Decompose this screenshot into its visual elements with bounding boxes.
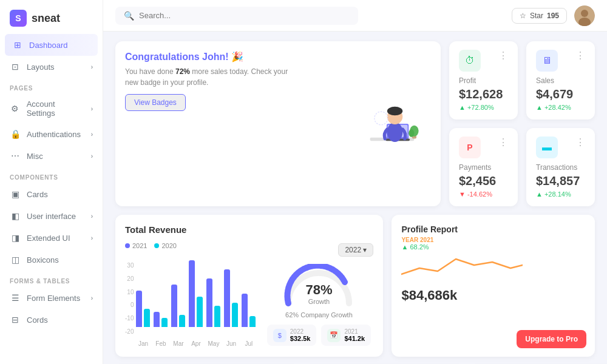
avatar[interactable]: [574, 5, 595, 26]
growth-pills: $ 2022 $32.5k 📅 2021 $41.2k: [267, 325, 371, 346]
company-growth-text: 62% Company Growth: [285, 311, 353, 318]
upgrade-button[interactable]: Upgrade to Pro: [517, 330, 586, 348]
pill-2022-year: 2022: [290, 328, 311, 335]
congrats-illustration: [356, 41, 429, 206]
row-2: Total Revenue 2021 2020 30 20 10: [115, 215, 595, 357]
bar-group-jul: [242, 294, 256, 327]
sales-change: ▲ +28.42%: [536, 104, 585, 111]
growth-panel: 2022 ▾ 78% Growth: [264, 242, 373, 347]
gauge-text: 78% Growth: [305, 282, 332, 305]
revenue-title: Total Revenue: [125, 224, 186, 235]
profile-sparkline: [401, 253, 585, 285]
stat-card-sales: 🖥 ⋮ Sales $4,679 ▲ +28.42%: [526, 41, 595, 120]
view-badges-button[interactable]: View Badges: [125, 94, 186, 111]
svg-point-1: [581, 10, 588, 17]
year-selector[interactable]: 2022 ▾: [338, 243, 373, 257]
dashboard-icon: ⊞: [12, 39, 23, 50]
stat-header-payments: P ⋮: [459, 136, 508, 158]
pill-2022-value: $32.5k: [290, 335, 311, 342]
ui-icon: ◧: [10, 211, 21, 221]
stat-header-profit: ⏱ ⋮: [459, 50, 508, 72]
profile-change: ▲ 68.2%: [401, 243, 585, 251]
profit-change: ▲ +72.80%: [459, 104, 508, 111]
sales-label: Sales: [536, 76, 585, 85]
chart-body: 30 20 10 0 -10 -20: [125, 254, 256, 347]
chart-legend: 2021 2020: [125, 242, 256, 249]
chevron-icon: ›: [91, 235, 93, 241]
section-label-components: COMPONENTS: [0, 167, 103, 183]
layouts-icon: ⊡: [10, 61, 21, 72]
sidebar-item-user-interface[interactable]: ◧ User interface ›: [0, 205, 103, 227]
pill-2021-info: 2021 $41.2k: [344, 328, 365, 342]
sidebar-item-extended-ui[interactable]: ◨ Extended UI ›: [0, 227, 103, 249]
sidebar-item-cords[interactable]: ⊟ Cords: [0, 309, 103, 331]
svg-point-12: [409, 129, 414, 137]
boxicons-icon: ◫: [10, 254, 21, 265]
person-svg: [356, 93, 429, 154]
sales-menu-dots[interactable]: ⋮: [575, 50, 585, 61]
profit-icon: ⏱: [459, 50, 481, 72]
section-label-forms: FORMS & TABLES: [0, 271, 103, 287]
stats-column: ⏱ ⋮ Profit $12,628 ▲ +72.80% 🖥 ⋮ Sales: [449, 41, 595, 206]
stat-card-transactions: ▬ ⋮ Transactions $14,857 ▲ +28.14%: [526, 128, 595, 206]
logo-icon: S: [10, 10, 27, 27]
star-button[interactable]: ☆ Star 195: [512, 8, 567, 24]
section-label-pages: PAGES: [0, 78, 103, 94]
search-input[interactable]: [139, 11, 350, 20]
misc-icon: ⋯: [10, 150, 21, 161]
stat-header-sales: 🖥 ⋮: [536, 50, 585, 72]
settings-icon: ⚙: [10, 103, 21, 114]
topbar-right: ☆ Star 195: [512, 5, 595, 26]
chevron-icon: ›: [91, 295, 93, 302]
stat-card-profit: ⏱ ⋮ Profit $12,628 ▲ +72.80%: [449, 41, 518, 120]
sidebar-item-dashboard[interactable]: ⊞ Dashboard: [5, 34, 98, 56]
sidebar-item-form-elements[interactable]: ☰ Form Elements ›: [0, 287, 103, 309]
main-area: 🔍 ☆ Star 195 Congratu: [103, 0, 607, 364]
sidebar-item-cards[interactable]: ▣ Cards: [0, 183, 103, 205]
stat-card-payments: P ⋮ Payments $2,456 ▼ -14.62%: [449, 128, 518, 206]
sidebar-item-authentications[interactable]: 🔒 Authentications ›: [0, 123, 103, 145]
search-wrap[interactable]: 🔍: [115, 7, 358, 25]
payments-icon: P: [459, 136, 481, 158]
sales-value: $4,679: [536, 87, 585, 101]
bar-group-jan: [136, 291, 150, 327]
payments-value: $2,456: [459, 174, 508, 188]
bar-group-apr: [189, 260, 203, 327]
chart-area: 2021 2020 30 20 10 0 -10 -20: [125, 242, 373, 347]
logo-text: sneat: [32, 12, 60, 25]
pill-2021-value: $41.2k: [344, 335, 365, 342]
transactions-value: $14,857: [536, 174, 585, 188]
topbar: 🔍 ☆ Star 195: [103, 0, 607, 32]
chevron-icon: ›: [91, 106, 93, 112]
sidebar-item-misc[interactable]: ⋯ Misc ›: [0, 145, 103, 167]
cords-icon: ⊟: [10, 314, 21, 325]
stats-row-1: ⏱ ⋮ Profit $12,628 ▲ +72.80% 🖥 ⋮ Sales: [449, 41, 595, 120]
gauge-label: Growth: [305, 298, 332, 305]
lock-icon: 🔒: [10, 129, 21, 140]
row-1: Congratulations John! 🎉 You have done 72…: [115, 41, 595, 206]
transactions-icon: ▬: [536, 136, 558, 158]
transactions-menu-dots[interactable]: ⋮: [575, 136, 585, 148]
form-icon: ☰: [10, 292, 21, 303]
revenue-header: Total Revenue: [125, 224, 373, 235]
pill-2022: $ 2022 $32.5k: [267, 325, 317, 346]
pill-2021: 📅 2021 $41.2k: [321, 325, 371, 346]
payments-menu-dots[interactable]: ⋮: [498, 136, 508, 148]
pill-2022-info: 2022 $32.5k: [290, 328, 311, 342]
chevron-icon: ›: [91, 131, 93, 138]
svg-point-9: [387, 107, 402, 116]
bar-group-jun: [224, 269, 238, 327]
profit-menu-dots[interactable]: ⋮: [498, 50, 508, 61]
transactions-change: ▲ +28.14%: [536, 190, 585, 198]
logo: S sneat: [0, 0, 103, 34]
chevron-icon: ›: [91, 153, 93, 160]
sidebar-item-layouts[interactable]: ⊡ Layouts ›: [0, 56, 103, 78]
sidebar-item-account-settings[interactable]: ⚙ Account Settings ›: [0, 94, 103, 123]
x-labels: Jan Feb Mar Apr May Jun Jul: [136, 340, 256, 347]
sidebar-item-boxicons[interactable]: ◫ Boxicons: [0, 249, 103, 271]
profile-year-badge: YEAR 2021: [401, 237, 585, 243]
bar-group-mar: [171, 285, 185, 327]
bars-container: [136, 254, 256, 339]
avatar-image: [574, 5, 595, 26]
gauge-percentage: 78%: [305, 282, 332, 298]
